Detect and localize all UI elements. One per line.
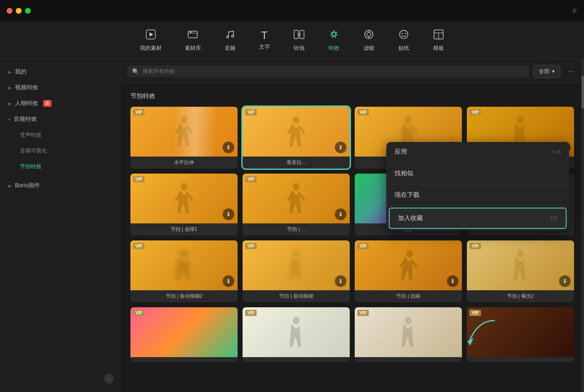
search-input-wrap[interactable]: 🔍 bbox=[127, 66, 529, 77]
effect-card-6[interactable]: VIP ⬇ 节拍 | ... bbox=[243, 174, 350, 235]
vip-badge-4: VIP bbox=[469, 109, 481, 115]
scrollbar[interactable] bbox=[582, 59, 584, 392]
download-button-1[interactable]: ⬇ bbox=[223, 142, 234, 153]
download-button-10[interactable]: ⬇ bbox=[335, 275, 346, 287]
nav-label-audio: 音频 bbox=[225, 44, 236, 52]
filter-button[interactable]: 全部 ▾ bbox=[533, 65, 560, 78]
my-material-icon bbox=[145, 29, 157, 42]
template-icon bbox=[433, 29, 444, 42]
svg-point-14 bbox=[405, 33, 406, 34]
arrow-icon-boris: ▶ bbox=[8, 184, 12, 188]
effect-card-1[interactable]: VIP ⬇ 水平拉伸 bbox=[130, 107, 238, 169]
vip-badge-5: VIP bbox=[133, 176, 145, 182]
svg-rect-2 bbox=[188, 31, 197, 38]
svg-point-20 bbox=[405, 116, 412, 124]
download-button-5[interactable]: ⬇ bbox=[223, 208, 234, 220]
context-menu-item-find-similar[interactable]: 找相似 bbox=[386, 164, 569, 183]
arrow-pointer bbox=[444, 308, 503, 360]
titlebar-right-text: 未 bbox=[572, 7, 577, 15]
download-button-2[interactable]: ⬇ bbox=[335, 142, 346, 153]
download-button-9[interactable]: ⬇ bbox=[223, 275, 234, 287]
nav-item-sticker[interactable]: 贴纸 bbox=[386, 25, 421, 55]
search-icon: 🔍 bbox=[132, 68, 139, 75]
svg-point-3 bbox=[190, 32, 191, 33]
nav-item-transition[interactable]: 转场 bbox=[282, 25, 317, 55]
effect-card-5[interactable]: VIP ⬇ 节拍 | 故障1 bbox=[130, 174, 238, 235]
download-label: 现在下载 bbox=[395, 191, 420, 199]
svg-point-9 bbox=[367, 32, 371, 37]
effect-card-9[interactable]: VIP ⬇ 节拍 | 振动模糊2 bbox=[130, 240, 238, 302]
arrow-icon-audio: ▾ bbox=[8, 117, 10, 122]
sidebar-item-beat-effects[interactable]: 节拍特效 bbox=[0, 159, 120, 174]
nav-label-transition: 转场 bbox=[294, 44, 304, 52]
context-menu-item-apply[interactable]: 应用 ⌥A bbox=[386, 142, 569, 162]
nav-item-template[interactable]: 模板 bbox=[421, 25, 456, 55]
effect-card-11[interactable]: VIP ⬇ 节拍 | 扭曲 bbox=[355, 240, 462, 302]
svg-point-19 bbox=[293, 116, 299, 124]
vip-badge-14: VIP bbox=[245, 310, 257, 316]
nav-item-text[interactable]: T 文字 bbox=[248, 27, 282, 54]
vip-badge-12: VIP bbox=[469, 243, 481, 249]
sidebar-item-audio-effects[interactable]: ▾ 音频特效 bbox=[0, 111, 120, 127]
apply-shortcut: ⌥A bbox=[551, 149, 561, 155]
effect-name-9: 节拍 | 振动模糊2 bbox=[130, 290, 238, 302]
minimize-button[interactable] bbox=[16, 8, 22, 14]
effect-thumb-2: VIP ⬇ bbox=[243, 107, 350, 157]
context-menu-item-download[interactable]: 现在下载 bbox=[386, 185, 569, 205]
effect-card-2[interactable]: VIP ⬇ 垂直拉... bbox=[243, 107, 350, 169]
svg-point-18 bbox=[181, 116, 187, 124]
vip-badge-1: VIP bbox=[133, 109, 145, 115]
close-button[interactable] bbox=[7, 8, 12, 14]
sidebar-item-character-effects[interactable]: ▶ 人物特效 新 bbox=[0, 96, 120, 111]
svg-rect-6 bbox=[294, 30, 298, 39]
sidebar-item-voice-change[interactable]: 变声特效 bbox=[0, 127, 120, 143]
sidebar-item-boris[interactable]: ▶ Boris插件 bbox=[0, 178, 120, 194]
arrow-icon-character: ▶ bbox=[8, 101, 12, 106]
effect-card-10[interactable]: VIP ⬇ 节拍 | 振动模糊 bbox=[243, 240, 350, 302]
sidebar-item-video-effects[interactable]: ▶ 视频特效 bbox=[0, 80, 120, 96]
arrow-icon-my: ▶ bbox=[8, 70, 12, 74]
sidebar-collapse-button[interactable]: ‹ bbox=[104, 374, 114, 384]
maximize-button[interactable] bbox=[25, 8, 31, 14]
effect-card-12[interactable]: VIP ⬇ 节拍 | 曝光2 bbox=[467, 240, 574, 302]
vip-badge-10: VIP bbox=[245, 243, 257, 249]
nav-item-material-lib[interactable]: 素材库 bbox=[173, 25, 213, 55]
context-menu: 应用 ⌥A 找相似 现在下载 加入收藏 ⇧F bbox=[386, 142, 569, 230]
download-button-6[interactable]: ⬇ bbox=[335, 208, 346, 220]
svg-point-23 bbox=[293, 183, 299, 191]
download-button-11[interactable]: ⬇ bbox=[447, 275, 459, 287]
sidebar-item-audio-viz[interactable]: 音频可视化 bbox=[0, 143, 120, 159]
nav-item-filter[interactable]: 滤镜 bbox=[351, 25, 386, 55]
effect-thumb-13: VIP bbox=[130, 307, 238, 357]
nav-label-my-material: 我的素材 bbox=[140, 44, 162, 52]
sidebar-item-my[interactable]: ▶ 我的 bbox=[0, 64, 120, 80]
more-button[interactable]: ··· bbox=[564, 65, 577, 77]
sidebar-label-beat-effects: 节拍特效 bbox=[20, 163, 42, 170]
svg-point-21 bbox=[517, 116, 524, 124]
vip-badge-11: VIP bbox=[357, 243, 369, 249]
download-button-12[interactable]: ⬇ bbox=[559, 275, 571, 287]
svg-point-12 bbox=[400, 30, 408, 39]
text-icon: T bbox=[261, 30, 268, 41]
nav-label-filter: 滤镜 bbox=[363, 44, 374, 52]
arrow-icon-video: ▶ bbox=[8, 86, 12, 90]
context-menu-item-favorite[interactable]: 加入收藏 ⇧F bbox=[389, 208, 567, 229]
svg-point-5 bbox=[231, 35, 233, 37]
search-input[interactable] bbox=[142, 68, 524, 74]
search-bar: 🔍 全部 ▾ ··· bbox=[120, 59, 584, 84]
effect-card-14[interactable]: VIP bbox=[243, 307, 350, 362]
svg-point-26 bbox=[406, 250, 414, 257]
filter-icon bbox=[363, 29, 375, 42]
nav-item-my-material[interactable]: 我的素材 bbox=[128, 25, 173, 55]
effect-name-14 bbox=[243, 357, 350, 362]
svg-marker-1 bbox=[150, 32, 153, 37]
nav-item-audio[interactable]: 音频 bbox=[213, 25, 248, 55]
nav-item-effects[interactable]: 特效 bbox=[317, 25, 351, 55]
scrollbar-thumb[interactable] bbox=[582, 76, 584, 109]
effect-name-6: 节拍 | ... bbox=[243, 223, 350, 235]
svg-point-28 bbox=[293, 317, 299, 324]
sidebar-label-audio-effects: 音频特效 bbox=[14, 115, 37, 123]
sidebar-label-audio-viz: 音频可视化 bbox=[20, 147, 47, 154]
vip-badge-13: VIP bbox=[133, 310, 145, 316]
effect-card-13[interactable]: VIP bbox=[130, 307, 238, 362]
